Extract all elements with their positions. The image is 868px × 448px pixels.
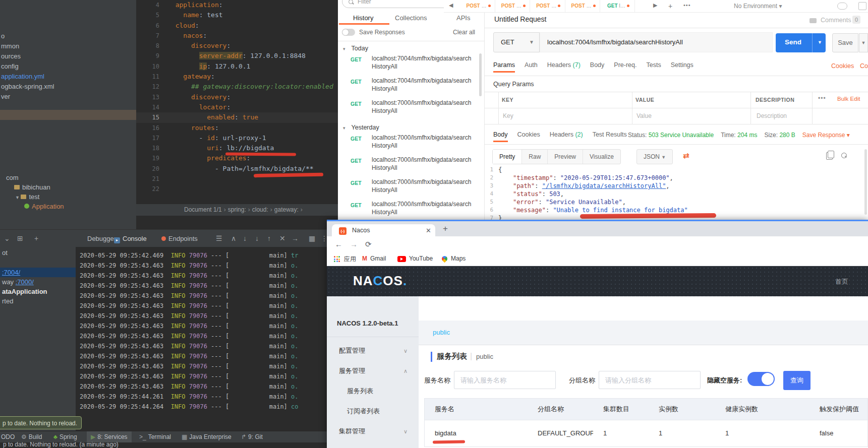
hide-empty-service-toggle[interactable] [747, 372, 775, 386]
param-key-input[interactable] [502, 112, 625, 120]
menu-icon[interactable]: ☰ [216, 234, 222, 242]
history-group-today[interactable]: ▾Today [343, 45, 368, 52]
request-section-tab[interactable]: Pre-req. [614, 61, 636, 73]
request-tab[interactable]: POST … [567, 0, 600, 12]
params-more-icon[interactable]: ••• [818, 95, 826, 102]
editor-line[interactable]: 20 - Path=/lsmfhx/bigdata/** [136, 164, 338, 174]
response-section-tab[interactable]: Headers (2) [550, 131, 583, 142]
editor-line[interactable]: 8 discovery: [136, 41, 338, 51]
yaml-editor[interactable]: 4 application: 5 name: test 6 cloud: 7 n… [136, 0, 338, 229]
history-request-item[interactable]: GETlocalhost:7004/lsmfhx/bigdata/searchH… [338, 54, 480, 77]
statusbar-build[interactable]: ⚙Build [21, 431, 42, 442]
save-response-button[interactable]: Save Response ▾ [802, 132, 850, 139]
bookmark-maps[interactable]: Maps [451, 255, 466, 262]
jump-icon[interactable]: → [292, 234, 299, 242]
editor-line[interactable]: 7 nacos: [136, 31, 338, 41]
method-dropdown[interactable]: GET ▼ [493, 32, 540, 52]
clear-all-button[interactable]: Clear all [453, 29, 475, 36]
editor-line[interactable]: 17 - id: url-proxy-1 [136, 133, 338, 143]
request-section-tab[interactable]: Params [493, 61, 515, 73]
wrap-lines-icon[interactable]: ⇄ [683, 151, 689, 160]
statusbar-git[interactable]: ↱9: Git [241, 431, 263, 442]
bookmark-youtube[interactable]: YouTube [409, 255, 433, 262]
back-icon[interactable]: ← [335, 240, 342, 248]
history-request-item[interactable]: GETlocalhost:7004/lsmfhx/bigdata/searchH… [338, 77, 480, 99]
statusbar-spring[interactable]: ♣Spring [53, 431, 77, 442]
namespace-tab-public[interactable]: public [433, 329, 450, 336]
nacos-menu-item[interactable]: 订阅者列表 [327, 401, 419, 421]
request-tab[interactable]: GET l… [602, 0, 635, 12]
run-item-selected[interactable]: :7004/ [0, 268, 76, 277]
search-response-icon[interactable] [841, 153, 847, 158]
nacos-menu-item[interactable]: 配置管理∨ [327, 341, 419, 361]
bookmark-apps[interactable]: 应用 [344, 255, 356, 264]
new-tab-icon[interactable]: + [668, 2, 672, 10]
view-option[interactable]: Raw [522, 150, 548, 164]
add-tab-icon[interactable]: + [34, 234, 38, 242]
view-option[interactable]: Preview [548, 150, 583, 164]
param-value-input[interactable] [635, 112, 743, 120]
url-input[interactable]: localhost:7004/lsmfhx/bigdata/searchHist… [540, 32, 773, 52]
cookies-link[interactable]: Cookies [831, 62, 854, 70]
editor-line[interactable]: 4 application: [136, 0, 338, 10]
save-button[interactable]: Save [832, 33, 858, 52]
editor-line[interactable]: 11 gateway: [136, 72, 338, 82]
group-name-input[interactable] [599, 371, 701, 389]
tab-console[interactable]: ▸Console [114, 230, 147, 248]
up-stack-icon[interactable]: ↑ [267, 234, 271, 242]
tabs-scroll-left-icon[interactable]: ◀ [449, 2, 453, 9]
forward-icon[interactable]: → [350, 240, 358, 248]
down-stack-icon[interactable]: ↓ [255, 234, 259, 242]
pin-icon[interactable]: ⊞ [17, 234, 23, 242]
statusbar-terminal[interactable]: >_Terminal [139, 431, 171, 442]
history-scrollbar[interactable] [479, 53, 482, 96]
environment-eye-icon[interactable] [837, 3, 847, 10]
history-request-item[interactable]: GETlocalhost:7000/lsmfhx/bigdata/searchH… [338, 156, 480, 178]
editor-line[interactable]: 18 uri: lb://bigdata [136, 143, 338, 153]
bookmark-gmail[interactable]: Gmail [370, 255, 386, 262]
nav-home[interactable]: 首页 [835, 277, 848, 286]
response-section-tab[interactable]: Body [493, 131, 508, 142]
apps-grid-icon[interactable] [334, 256, 340, 262]
tree-selected-row[interactable] [0, 110, 136, 120]
editor-line[interactable]: 15 enabled: true [136, 112, 338, 122]
response-scrollbar[interactable] [864, 149, 867, 215]
editor-line[interactable]: 5 name: test [136, 10, 338, 20]
history-request-item[interactable]: GETlocalhost:7000/lsmfhx/bigdata/searchH… [338, 99, 480, 121]
scroll-up-icon[interactable]: ∧ [231, 234, 236, 242]
nacos-menu-item[interactable]: 服务管理∧ [327, 361, 419, 381]
request-title[interactable]: Untitled Request [494, 15, 547, 23]
close-tab-icon[interactable]: ✕ [426, 227, 431, 234]
send-options-icon[interactable]: ▼ [818, 40, 822, 45]
tree-item[interactable]: ogback-spring.xml [0, 82, 136, 92]
tree-item[interactable]: mmon [0, 41, 136, 51]
request-tab[interactable]: POST … [462, 0, 495, 12]
save-options-icon[interactable]: ▼ [859, 33, 868, 52]
chevron-down-icon[interactable]: ▼ [15, 195, 21, 200]
tree-item[interactable]: config [0, 61, 136, 72]
request-tab[interactable]: POST … [532, 0, 565, 12]
save-responses-toggle[interactable] [342, 29, 355, 36]
tree-item-application[interactable]: Application [0, 202, 136, 211]
tree-item[interactable]: ver [0, 92, 136, 102]
tree-item[interactable]: o [0, 31, 136, 41]
bulk-edit-link[interactable]: Bulk Edit [837, 96, 860, 102]
tab-apis[interactable]: APIs [456, 14, 470, 22]
statusbar-services[interactable]: ▶8: Services [87, 431, 132, 442]
clear-icon[interactable]: ✕ [279, 234, 285, 242]
history-request-item[interactable]: GETlocalhost:7000/lsmfhx/bigdata/searchH… [338, 200, 480, 222]
tree-item-com[interactable]: com [0, 173, 136, 182]
editor-line[interactable]: 10 ip: 127.0.0.1 [136, 61, 338, 72]
editor-line[interactable]: 12 ## gateway:discovery:locator:enabled [136, 82, 338, 92]
request-section-tab[interactable]: Settings [671, 61, 693, 73]
tab-endpoints[interactable]: Endpoints [161, 230, 198, 247]
statusbar-todo[interactable]: ODO [1, 431, 15, 442]
table-row[interactable]: bigdataDEFAULT_GROUP111false [425, 420, 867, 447]
code-link[interactable]: Code [860, 62, 868, 70]
tabs-scroll-right-icon[interactable]: ▶ [653, 2, 657, 9]
history-request-item[interactable]: GETlocalhost:7000/lsmfhx/bigdata/searchH… [338, 178, 480, 200]
history-group-yesterday[interactable]: ▾Yesterday [343, 124, 379, 131]
run-item[interactable]: ot [0, 248, 76, 258]
tree-item[interactable]: ources [0, 51, 136, 61]
scroll-down-icon[interactable]: ↓ [243, 234, 247, 242]
